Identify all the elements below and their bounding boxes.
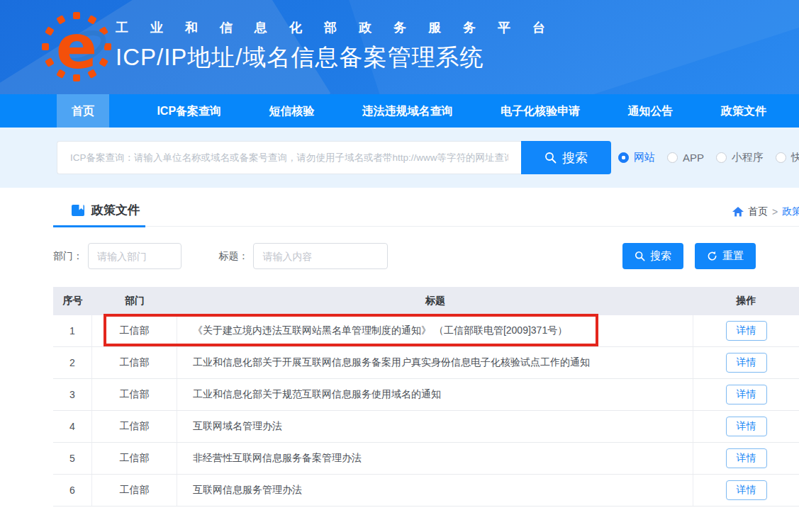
policy-table: 序号 部门 标题 操作 1 工信部 《关于建立境内违法互联网站黑名单管理制度的通… [53, 287, 799, 506]
row-action: 详情 [693, 347, 799, 378]
row-no: 5 [53, 443, 92, 474]
detail-button[interactable]: 详情 [726, 448, 767, 468]
row-no: 4 [53, 411, 92, 442]
radio-website-dot [618, 152, 629, 163]
row-title: 非经营性互联网信息服务备案管理办法 [177, 443, 693, 474]
search-button-label: 搜索 [562, 149, 588, 166]
policy-file-icon [71, 203, 85, 217]
radio-miniprogram[interactable]: 小程序 [716, 151, 764, 164]
table-row: 2 工信部 工业和信息化部关于开展互联网信息服务备案用户真实身份信息电子化核验试… [53, 347, 799, 379]
title-filter-input[interactable] [253, 243, 388, 269]
detail-button[interactable]: 详情 [726, 321, 767, 341]
table-row: 6 工信部 互联网信息服务管理办法 详情 [53, 475, 799, 506]
row-title: 互联网信息服务管理办法 [177, 475, 693, 506]
row-dept: 工信部 [92, 379, 177, 410]
row-dept: 工信部 [92, 411, 177, 442]
table-header-row: 序号 部门 标题 操作 [53, 287, 799, 315]
icp-search-bar: 搜索 网站 APP 小程序 快应用 [0, 128, 799, 188]
breadcrumb-separator: > [772, 206, 778, 217]
header-no: 序号 [53, 287, 92, 315]
row-dept: 工信部 [92, 475, 177, 506]
filter-search-label: 搜索 [650, 249, 671, 263]
row-no: 1 [53, 315, 92, 346]
row-action: 详情 [693, 315, 799, 346]
search-icon [544, 152, 557, 164]
section-title: 政策文件 [91, 202, 140, 218]
table-row: 5 工信部 非经营性互联网信息服务备案管理办法 详情 [53, 443, 799, 475]
nav-item-illegal-domain-query[interactable]: 违法违规域名查询 [362, 94, 453, 128]
radio-miniprogram-label: 小程序 [732, 151, 764, 164]
icp-search-input[interactable] [57, 141, 521, 174]
row-action: 详情 [693, 443, 799, 474]
refresh-icon [707, 251, 717, 261]
detail-button[interactable]: 详情 [726, 385, 767, 404]
home-icon [732, 207, 744, 217]
row-action: 详情 [693, 411, 799, 442]
radio-app-dot [667, 152, 678, 163]
radio-quickapp-dot [776, 152, 786, 163]
nav-item-sms-verify[interactable]: 短信核验 [269, 94, 314, 128]
page: e 工业和信息化部政务服务平台 ICP/IP地址/域名信息备案管理系统 首页 I… [0, 0, 799, 532]
row-no: 2 [53, 347, 92, 378]
radio-quickapp[interactable]: 快应用 [776, 151, 799, 164]
row-action: 详情 [693, 379, 799, 410]
row-dept: 工信部 [92, 315, 177, 346]
row-title: 《关于建立境内违法互联网站黑名单管理制度的通知》 （工信部联电管[2009]37… [177, 315, 693, 346]
row-no: 6 [53, 475, 92, 506]
site-header: e 工业和信息化部政务服务平台 ICP/IP地址/域名信息备案管理系统 [0, 0, 799, 94]
radio-miniprogram-dot [716, 152, 727, 163]
header-title: 标题 [177, 287, 693, 315]
table-row: 1 工信部 《关于建立境内违法互联网站黑名单管理制度的通知》 （工信部联电管[2… [53, 315, 799, 347]
header-dept: 部门 [92, 287, 177, 315]
row-title: 工业和信息化部关于规范互联网信息服务使用域名的通知 [177, 379, 693, 410]
row-dept: 工信部 [92, 347, 177, 378]
radio-app-label: APP [683, 152, 704, 164]
svg-text:e: e [56, 11, 97, 82]
nav-item-policy-files[interactable]: 政策文件 [721, 94, 766, 128]
detail-button[interactable]: 详情 [726, 417, 767, 436]
header-action: 操作 [693, 287, 799, 315]
filter-bar: 部门： 标题： 搜索 重置 [53, 243, 799, 270]
dept-filter-input[interactable] [88, 243, 181, 269]
filter-reset-label: 重置 [722, 249, 744, 263]
filter-search-button[interactable]: 搜索 [622, 243, 683, 269]
nav-item-icp-query[interactable]: ICP备案查询 [157, 94, 221, 128]
row-no: 3 [53, 379, 92, 410]
radio-quickapp-label: 快应用 [791, 151, 799, 164]
search-type-radios: 网站 APP 小程序 快应用 [618, 128, 799, 188]
radio-app[interactable]: APP [667, 152, 704, 164]
row-title: 工业和信息化部关于开展互联网信息服务备案用户真实身份信息电子化核验试点工作的通知 [177, 347, 693, 378]
breadcrumb-home[interactable]: 首页 [748, 205, 768, 218]
system-title: ICP/IP地址/域名信息备案管理系统 [116, 42, 567, 74]
table-row: 4 工信部 互联网域名管理办法 详情 [53, 411, 799, 443]
header-titles: 工业和信息化部政务服务平台 ICP/IP地址/域名信息备案管理系统 [116, 19, 567, 74]
radio-website[interactable]: 网站 [618, 151, 655, 164]
title-filter-label: 标题： [218, 250, 248, 263]
miit-gear-e-logo[interactable]: e [41, 11, 112, 82]
detail-button[interactable]: 详情 [726, 480, 767, 500]
table-row: 3 工信部 工业和信息化部关于规范互联网信息服务使用域名的通知 详情 [53, 379, 799, 411]
main-nav: 首页 ICP备案查询 短信核验 违法违规域名查询 电子化核验申请 通知公告 政策… [0, 94, 799, 128]
radio-website-label: 网站 [634, 151, 655, 164]
detail-button[interactable]: 详情 [726, 353, 767, 373]
breadcrumb-current: 政策文件 [782, 205, 799, 218]
icp-search-button[interactable]: 搜索 [521, 141, 611, 174]
platform-title: 工业和信息化部政务服务平台 [116, 19, 567, 36]
row-title: 互联网域名管理办法 [177, 411, 693, 442]
row-dept: 工信部 [92, 443, 177, 474]
search-icon [635, 251, 645, 261]
breadcrumb: 首页 > 政策文件 [732, 205, 799, 218]
dept-filter-label: 部门： [53, 250, 83, 263]
section-header: 政策文件 [53, 200, 799, 227]
filter-reset-button[interactable]: 重置 [695, 243, 756, 269]
nav-item-home[interactable]: 首页 [57, 94, 109, 128]
nav-item-notices[interactable]: 通知公告 [628, 94, 674, 128]
nav-item-e-verification-apply[interactable]: 电子化核验申请 [501, 94, 580, 128]
row-action: 详情 [693, 475, 799, 506]
